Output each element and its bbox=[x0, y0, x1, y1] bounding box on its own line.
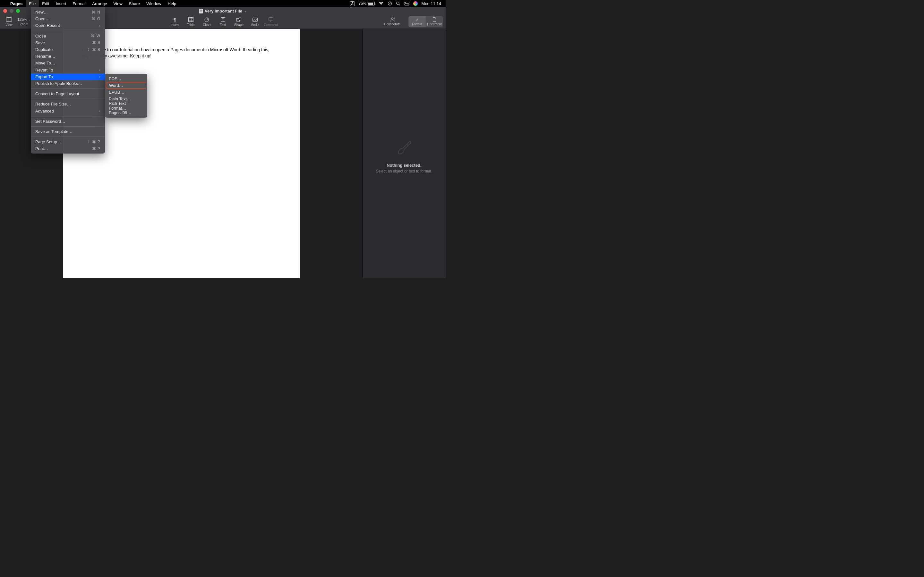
menuitem-reduce-file-size[interactable]: Reduce File Size… bbox=[31, 101, 105, 107]
table-label: Table bbox=[187, 23, 195, 27]
window-close-button[interactable] bbox=[3, 9, 7, 13]
chevron-right-icon: › bbox=[99, 109, 100, 113]
siri-icon[interactable] bbox=[413, 1, 418, 6]
menuitem-page-setup[interactable]: Page Setup…⇧ ⌘ P bbox=[31, 139, 105, 145]
shortcut-label: ⇧ ⌘ S bbox=[87, 47, 100, 52]
menuitem-new[interactable]: New…⌘ N bbox=[31, 9, 105, 15]
insert-button[interactable]: ¶ Insert bbox=[167, 17, 183, 27]
brush-placeholder-icon bbox=[393, 134, 416, 157]
menuitem-export-epub[interactable]: EPUB… bbox=[105, 89, 147, 95]
chart-button[interactable]: Chart bbox=[199, 17, 215, 27]
svg-text:T: T bbox=[222, 18, 224, 21]
chevron-down-icon: ⌄ bbox=[244, 9, 247, 13]
menu-window[interactable]: Window bbox=[143, 0, 164, 7]
shortcut-label: ⌘ P bbox=[92, 147, 100, 151]
menu-view[interactable]: View bbox=[110, 0, 126, 7]
document-body-text[interactable]: nd welcome to our tutorial on how to ope… bbox=[82, 47, 280, 59]
menuitem-open-recent[interactable]: Open Recent› bbox=[31, 22, 105, 29]
apple-menu[interactable] bbox=[3, 0, 7, 7]
chart-label: Chart bbox=[203, 23, 210, 27]
menu-format[interactable]: Format bbox=[69, 0, 89, 7]
app-menu-pages[interactable]: Pages bbox=[7, 0, 26, 7]
document-tab[interactable]: Document bbox=[426, 16, 443, 27]
system-menubar: Pages File Edit Insert Format Arrange Vi… bbox=[0, 0, 446, 7]
menuitem-duplicate[interactable]: Duplicate⇧ ⌘ S bbox=[31, 46, 105, 53]
svg-point-21 bbox=[254, 19, 254, 19]
svg-point-6 bbox=[405, 2, 406, 3]
zoom-value: 125% bbox=[17, 17, 27, 22]
menuitem-save[interactable]: Save⌘ S bbox=[31, 39, 105, 46]
menu-separator bbox=[31, 99, 105, 99]
svg-rect-8 bbox=[6, 18, 12, 22]
media-button[interactable]: Media bbox=[247, 17, 263, 27]
chart-icon bbox=[204, 17, 209, 23]
svg-rect-10 bbox=[188, 18, 193, 22]
chevron-right-icon: › bbox=[99, 68, 100, 72]
menuitem-open[interactable]: Open…⌘ O bbox=[31, 15, 105, 22]
view-button[interactable]: View bbox=[2, 17, 16, 27]
view-label: View bbox=[5, 23, 13, 27]
comment-label: Comment bbox=[264, 23, 278, 27]
battery-status[interactable]: 75% bbox=[359, 1, 375, 6]
menuitem-print[interactable]: Print…⌘ P bbox=[31, 145, 105, 152]
shortcut-label: ⌘ O bbox=[91, 17, 100, 21]
shape-button[interactable]: Shape bbox=[231, 17, 247, 27]
text-button[interactable]: T Text bbox=[215, 17, 231, 27]
svg-line-3 bbox=[399, 4, 400, 5]
svg-point-2 bbox=[397, 2, 399, 5]
menu-insert[interactable]: Insert bbox=[53, 0, 69, 7]
shortcut-label: ⌘ N bbox=[92, 10, 100, 15]
spotlight-icon[interactable] bbox=[396, 1, 401, 6]
menuitem-export-rtf[interactable]: Rich Text Format… bbox=[105, 103, 147, 109]
window-minimize-button[interactable] bbox=[10, 9, 13, 13]
menuitem-export-to[interactable]: Export To› bbox=[31, 73, 105, 80]
menuitem-revert-to[interactable]: Revert To› bbox=[31, 67, 105, 73]
zoom-dropdown[interactable]: 125%⌄ Zoom bbox=[16, 17, 32, 27]
menuitem-set-password[interactable]: Set Password… bbox=[31, 118, 105, 125]
window-zoom-button[interactable] bbox=[16, 9, 20, 13]
control-center-icon[interactable] bbox=[404, 2, 409, 5]
collaborate-button[interactable]: Collaborate bbox=[380, 17, 405, 26]
export-to-submenu: PDF… Word… EPUB… Plain Text… Rich Text F… bbox=[105, 74, 147, 118]
menu-edit[interactable]: Edit bbox=[39, 0, 52, 7]
media-label: Media bbox=[250, 23, 259, 27]
paragraph-icon: ¶ bbox=[173, 17, 176, 23]
menubar-clock[interactable]: Mon 11:14 bbox=[422, 1, 441, 6]
text-label: Text bbox=[220, 23, 226, 27]
menuitem-publish-apple-books[interactable]: Publish to Apple Books… bbox=[31, 80, 105, 87]
document-icon bbox=[433, 17, 436, 22]
wifi-icon[interactable] bbox=[379, 2, 384, 5]
menuitem-rename[interactable]: Rename… bbox=[31, 53, 105, 60]
document-label: Document bbox=[427, 23, 442, 26]
table-button[interactable]: Table bbox=[183, 17, 199, 27]
menu-separator bbox=[31, 137, 105, 137]
inspector-panel: Nothing selected. Select an object or te… bbox=[362, 29, 446, 278]
menu-help[interactable]: Help bbox=[165, 0, 180, 7]
file-menu-dropdown: New…⌘ N Open…⌘ O Open Recent› Close⌘ W S… bbox=[31, 7, 105, 153]
do-not-disturb-icon[interactable] bbox=[388, 1, 392, 6]
menuitem-save-as-template[interactable]: Save as Template… bbox=[31, 128, 105, 135]
menu-separator bbox=[31, 116, 105, 116]
chevron-right-icon: › bbox=[99, 24, 100, 27]
menuitem-export-pdf[interactable]: PDF… bbox=[105, 75, 147, 82]
chevron-down-icon: ⌄ bbox=[28, 18, 31, 21]
menuitem-export-word[interactable]: Word… bbox=[106, 82, 146, 89]
menu-separator bbox=[31, 126, 105, 127]
menu-file[interactable]: File bbox=[26, 0, 39, 7]
menuitem-convert-page-layout[interactable]: Convert to Page Layout bbox=[31, 90, 105, 97]
menu-share[interactable]: Share bbox=[126, 0, 144, 7]
insert-label: Insert bbox=[171, 23, 179, 27]
media-icon bbox=[252, 17, 258, 23]
format-tab[interactable]: Format bbox=[409, 16, 426, 27]
svg-point-23 bbox=[391, 18, 393, 19]
svg-point-7 bbox=[407, 4, 409, 5]
menuitem-close[interactable]: Close⌘ W bbox=[31, 33, 105, 39]
menuitem-move-to[interactable]: Move To… bbox=[31, 60, 105, 66]
sidebar-icon bbox=[6, 17, 12, 23]
svg-line-27 bbox=[407, 144, 408, 145]
comment-button[interactable]: Comment bbox=[263, 17, 279, 27]
menu-arrange[interactable]: Arrange bbox=[89, 0, 110, 7]
menuitem-advanced[interactable]: Advanced› bbox=[31, 107, 105, 114]
document-title[interactable]: Very Important File ⌄ bbox=[199, 9, 247, 13]
input-source-icon[interactable]: A bbox=[350, 1, 355, 6]
